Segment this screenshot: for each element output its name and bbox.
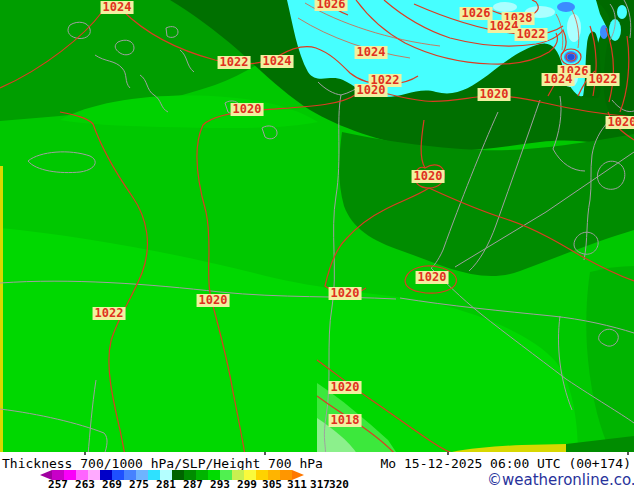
pressure-label: 1020 xyxy=(416,271,449,284)
map-graphics xyxy=(0,0,634,455)
colorbar-tick: 269 xyxy=(102,478,122,490)
valid-datetime: Mo 15-12-2025 06:00 UTC (00+174) xyxy=(381,456,631,471)
pressure-label: 1024 xyxy=(101,1,134,14)
weather-forecast-page: 1024102610261028102410221024102210241022… xyxy=(0,0,634,490)
yellow-edge-left xyxy=(0,166,3,455)
pressure-label: 1020 xyxy=(197,294,230,307)
copyright-link[interactable]: ©weatheronline.co.uk xyxy=(487,471,634,489)
pressure-label: 1022 xyxy=(93,307,126,320)
pressure-label: 1022 xyxy=(218,56,251,69)
pressure-label: 1018 xyxy=(329,414,362,427)
forecast-map: 1024102610261028102410221024102210241022… xyxy=(0,0,634,455)
colorbar-tick: 320 xyxy=(329,478,349,490)
pressure-label: 1020 xyxy=(231,103,264,116)
colorbar-tick: 299 xyxy=(237,478,257,490)
colorbar-tick: 287 xyxy=(183,478,203,490)
pressure-label: 1020 xyxy=(329,381,362,394)
sea-blue-core xyxy=(568,54,575,60)
pressure-label: 1022 xyxy=(515,28,548,41)
pressure-label: 1020 xyxy=(329,287,362,300)
pressure-label: 1020 xyxy=(478,88,511,101)
pressure-label: 1020 xyxy=(355,84,388,97)
colorbar-tick: 305 xyxy=(262,478,282,490)
pressure-label: 1026 xyxy=(460,7,493,20)
colorbar-tick: 311 xyxy=(287,478,307,490)
colorbar-tick: 317 xyxy=(310,478,330,490)
pressure-label: 1022 xyxy=(587,73,620,86)
pressure-label: 1020 xyxy=(412,170,445,183)
colorbar-tick: 257 xyxy=(48,478,68,490)
chart-footer: Thickness 700/1000 hPa/SLP/Height 700 hP… xyxy=(0,455,634,490)
chart-title: Thickness 700/1000 hPa/SLP/Height 700 hP… xyxy=(2,456,323,471)
colorbar-tick: 293 xyxy=(210,478,230,490)
pressure-label: 1026 xyxy=(315,0,348,11)
colorbar-tick: 275 xyxy=(129,478,149,490)
sea-inlet xyxy=(617,5,627,19)
pressure-label: 1024 xyxy=(261,55,294,68)
pressure-label: 1020 xyxy=(606,116,634,129)
colorbar-tick: 263 xyxy=(75,478,95,490)
pressure-label: 1024 xyxy=(542,73,575,86)
pressure-label: 1024 xyxy=(355,46,388,59)
colorbar-tick: 281 xyxy=(156,478,176,490)
